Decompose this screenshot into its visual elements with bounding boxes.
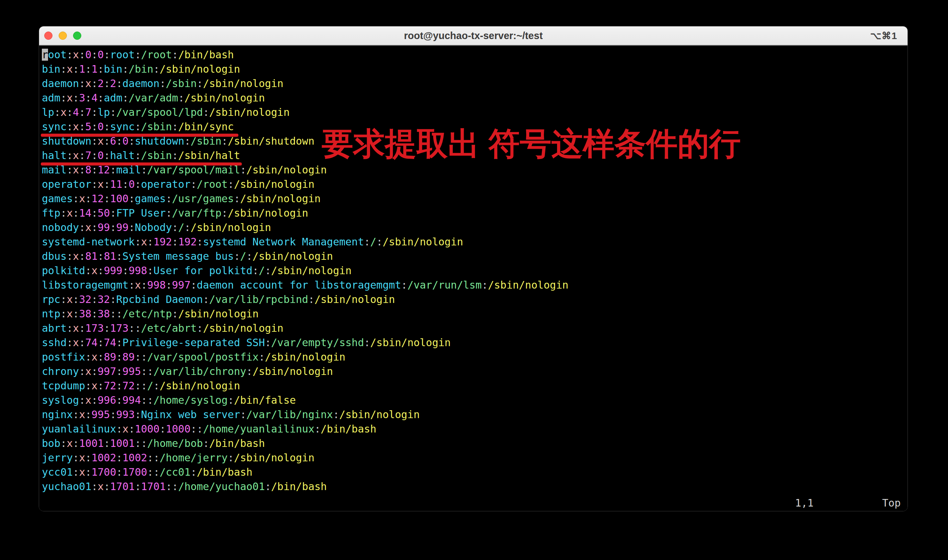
colon: : — [116, 365, 122, 377]
colon: : — [79, 49, 85, 61]
gid-field: 74 — [104, 337, 116, 349]
gid-field: 993 — [116, 409, 135, 420]
vim-buffer: root:x:0:0:root:/root:/bin/bashbin:x:1:1… — [42, 48, 568, 494]
colon: : — [172, 149, 178, 162]
uid-field: 38 — [79, 308, 91, 320]
colon: : — [184, 135, 190, 147]
password-field: x — [73, 149, 79, 162]
colon: : — [92, 222, 98, 233]
colon: : — [92, 149, 98, 162]
uid-field: 1701 — [110, 480, 135, 492]
colon: : — [92, 178, 98, 190]
colon: : — [246, 365, 253, 377]
colon: : — [129, 192, 135, 205]
uid-field: 173 — [85, 322, 103, 334]
password-field: x — [66, 63, 73, 75]
shell-field: /sbin/nologin — [234, 178, 314, 190]
colon: : — [172, 480, 178, 492]
passwd-line: libstoragemgmt:x:998:997:daemon account … — [42, 278, 568, 292]
gecos-field: mail — [116, 164, 141, 176]
password-field: x — [60, 106, 66, 118]
colon: : — [98, 351, 104, 363]
colon: : — [166, 279, 172, 291]
passwd-line: ntp:x:38:38::/etc/ntp:/sbin/nologin — [42, 307, 568, 321]
colon: : — [364, 337, 370, 349]
password-field: x — [66, 207, 73, 219]
home-field: / — [370, 236, 376, 248]
gecos-field: Privilege-separated SSH — [122, 337, 265, 349]
terminal-content[interactable]: root:x:0:0:root:/root:/bin/bashbin:x:1:1… — [39, 46, 908, 511]
home-field: /var/spool/lpd — [116, 106, 203, 118]
gecos-field: daemon account for libstoragemgmt — [197, 279, 401, 291]
colon: : — [79, 394, 85, 406]
account-field: sshd — [42, 337, 66, 349]
home-field: /var/lib/rpcbind — [209, 293, 308, 305]
gid-field: 0 — [129, 178, 135, 190]
account-field: yuanlailinux — [42, 423, 116, 435]
account-field: chrony — [42, 365, 79, 377]
uid-field: 81 — [85, 250, 97, 262]
colon: : — [110, 207, 116, 219]
uid-field: 5 — [85, 121, 91, 132]
passwd-line: syslog:x:996:994::/home/syslog:/bin/fals… — [42, 393, 568, 408]
uid-field: 89 — [104, 351, 116, 363]
passwd-line: dbus:x:81:81:System message bus:/:/sbin/… — [42, 249, 568, 263]
window-titlebar[interactable]: root@yuchao-tx-server:~/test ⌥⌘1 — [39, 26, 908, 46]
shell-field: /bin/bash — [321, 423, 376, 435]
colon: : — [79, 250, 85, 262]
colon: : — [308, 293, 314, 305]
shell-field: /sbin/nologin — [253, 250, 333, 262]
passwd-line: bin:x:1:1:bin:/bin:/sbin/nologin — [42, 62, 568, 77]
account-field: mail — [42, 164, 66, 176]
uid-field: 192 — [153, 236, 172, 248]
shell-field: /sbin/nologin — [159, 380, 240, 392]
account-field: nobody — [42, 222, 79, 233]
shell-field: /sbin/nologin — [370, 337, 451, 349]
home-field: /var/run/lsm — [407, 279, 482, 291]
colon: : — [110, 409, 116, 420]
gecos-field: games — [135, 192, 166, 205]
gecos-field: User for polkitd — [153, 265, 253, 277]
uid-field: 6 — [110, 135, 116, 147]
colon: : — [234, 192, 240, 205]
password-field: x — [79, 192, 85, 205]
colon: : — [234, 250, 240, 262]
colon: : — [85, 409, 91, 420]
uid-field: 14 — [79, 207, 91, 219]
colon: : — [104, 322, 110, 334]
colon: : — [153, 63, 159, 75]
home-field: /var/spool/mail — [147, 164, 240, 176]
shell-field: /bin/false — [234, 394, 296, 406]
colon: : — [159, 423, 166, 435]
colon: : — [92, 207, 98, 219]
colon: : — [122, 63, 129, 75]
vim-cursor: r — [42, 49, 48, 61]
colon: : — [122, 92, 129, 104]
colon: : — [141, 164, 147, 176]
colon: : — [191, 466, 197, 478]
shell-field: /sbin/nologin — [382, 236, 463, 248]
colon: : — [79, 222, 85, 233]
password-field: x — [122, 423, 129, 435]
colon: : — [178, 92, 184, 104]
colon: : — [228, 394, 234, 406]
passwd-line: lp:x:4:7:lp:/var/spool/lpd:/sbin/nologin — [42, 105, 568, 120]
colon: : — [376, 236, 382, 248]
colon: : — [191, 423, 197, 435]
colon: : — [135, 178, 141, 190]
colon: : — [122, 178, 129, 190]
colon: : — [104, 135, 110, 147]
account-field: syslog — [42, 394, 79, 406]
gid-field: 0 — [98, 121, 104, 132]
colon: : — [60, 437, 66, 449]
colon: : — [153, 452, 159, 464]
gid-field: 995 — [122, 365, 141, 377]
uid-field: 998 — [147, 279, 166, 291]
home-field: / — [178, 222, 184, 233]
passwd-line: nginx:x:995:993:Nginx web server:/var/li… — [42, 408, 568, 422]
uid-field: 8 — [85, 164, 91, 176]
passwd-line: operator:x:11:0:operator:/root:/sbin/nol… — [42, 177, 568, 192]
passwd-line: ycc01:x:1700:1700::/cc01:/bin/bash — [42, 465, 568, 480]
colon: : — [203, 106, 209, 118]
gecos-field: operator — [141, 178, 191, 190]
